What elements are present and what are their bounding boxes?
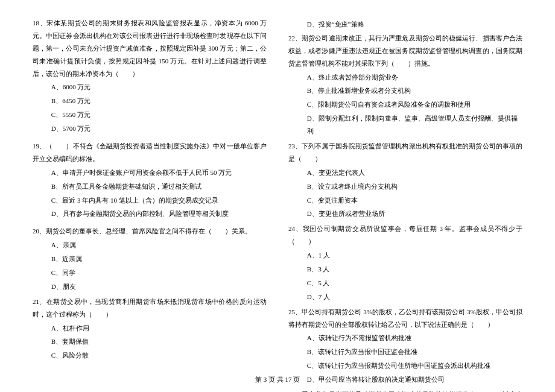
q24-opt-a: A、1 人 (307, 249, 522, 262)
q21-stem: 21、在期货交易中，当现货商利用期货市场来抵消现货市场中价格的反向运动时，这个过… (33, 296, 267, 321)
q21-opt-d: D、投资“免疫”策略 (307, 18, 522, 31)
q24-opt-d: D、7 人 (307, 291, 522, 303)
q22-options: A、终止或者暂停部分期货业务 B、停止批准新增业务或者分支机构 C、限制期货公司… (288, 71, 522, 138)
q21-opt-c: C、风险分散 (51, 349, 267, 362)
q20-opt-d: D、朋友 (51, 280, 267, 293)
q19-opt-b: B、所有员工具备金融期货基础知识，通过相关测试 (51, 180, 267, 193)
q23-stem: 23、下列不属于国务院期货监督管理机构派出机构有权批准的期货公司的事项的是（ ） (288, 140, 522, 165)
q25-stem: 25、甲公司持有期货公司 3%的股权，乙公司持有该期货公司 3%股权，甲公司拟将… (288, 306, 522, 331)
question-26: 26、重大业务是指可能导致期货公司净资本等风险监管指标发生（ ）以上变化的业务。… (288, 388, 522, 392)
q19-options: A、申请开户时保证金账户可用资金余额不低于人民币 50 万元 B、所有员工具备金… (33, 166, 267, 221)
q24-opt-c: C、5 人 (307, 277, 522, 289)
q23-opt-b: B、设立或者终止境内分支机构 (307, 180, 522, 193)
question-24: 24、我国公司制期货交易所设监事会，每届任期 3 年。监事会成员不得少于（ ） … (288, 223, 522, 303)
question-22: 22、期货公司逾期未改正，其行为严重危及期货公司的稳健运行、损害客户合法权益，或… (288, 32, 522, 138)
q23-options: A、变更法定代表人 B、设立或者终止境内分支机构 C、变更注册资本 D、变更住所… (288, 166, 522, 221)
q23-opt-c: C、变更注册资本 (307, 194, 522, 207)
question-20: 20、期货公司的董事长、总经理、首席风险官之间不得存在（ ）关系。 A、亲属 B… (33, 225, 267, 292)
q26-stem: 26、重大业务是指可能导致期货公司净资本等风险监管指标发生（ ）以上变化的业务。 (288, 388, 522, 392)
q20-opt-c: C、同学 (51, 267, 267, 279)
q20-options: A、亲属 B、近亲属 C、同学 D、朋友 (33, 239, 267, 293)
q21-options-cont: D、投资“免疫”策略 (288, 18, 522, 31)
q22-opt-a: A、终止或者暂停部分期货业务 (307, 71, 522, 84)
q23-opt-d: D、变更住所或者营业场所 (307, 207, 522, 220)
q18-opt-c: C、5550 万元 (51, 109, 267, 121)
q22-opt-c: C、限制期货公司自有资金或者风险准备金的调拨和使用 (307, 98, 522, 111)
right-column: D、投资“免疫”策略 22、期货公司逾期未改正，其行为严重危及期货公司的稳健运行… (284, 17, 527, 392)
q20-opt-a: A、亲属 (51, 239, 267, 251)
question-23: 23、下列不属于国务院期货监督管理机构派出机构有权批准的期货公司的事项的是（ ）… (288, 140, 522, 220)
q18-stem: 18、宋体某期货公司的期末财务报表和风险监管报表显示，净资本为 6000 万元。… (33, 17, 267, 80)
q22-opt-d: D、限制分配红利，限制向董事、监事、高级管理人员支付报酬、提供福利 (307, 112, 522, 138)
q21-opt-b: B、套期保值 (51, 335, 267, 348)
q19-opt-c: C、最近 3 年内具有 10 笔以上（含）的期货交易成交记录 (51, 194, 267, 207)
q18-options: A、6000 万元 B、6450 万元 C、5550 万元 D、5700 万元 (33, 81, 267, 135)
page-content: 18、宋体某期货公司的期末财务报表和风险监管报表显示，净资本为 6000 万元。… (0, 0, 555, 392)
q18-opt-d: D、5700 万元 (51, 122, 267, 135)
q20-stem: 20、期货公司的董事长、总经理、首席风险官之间不得存在（ ）关系。 (33, 225, 267, 238)
q19-stem: 19、（ ）不符合《金融期货投资者适当性制度实施办法》中对一般单位客户开立交易编… (33, 140, 267, 165)
q19-opt-a: A、申请开户时保证金账户可用资金余额不低于人民币 50 万元 (51, 166, 267, 179)
q18-opt-a: A、6000 万元 (51, 81, 267, 93)
q19-opt-d: D、具有参与金融期货交易的内部控制、风险管理等相关制度 (51, 207, 267, 220)
q23-opt-a: A、变更法定代表人 (307, 166, 522, 179)
q25-opt-c: C、该转让行为应当报期货公司住所地中国证监会派出机构批准 (307, 359, 522, 372)
page-footer: 第 3 页 共 17 页 (0, 373, 555, 386)
question-19: 19、（ ）不符合《金融期货投资者适当性制度实施办法》中对一般单位客户开立交易编… (33, 140, 267, 220)
q25-opt-a: A、该转让行为不需报监管机构批准 (307, 332, 522, 344)
q20-opt-b: B、近亲属 (51, 253, 267, 265)
question-21: 21、在期货交易中，当现货商利用期货市场来抵消现货市场中价格的反向运动时，这个过… (33, 296, 267, 362)
q24-options: A、1 人 B、3 人 C、5 人 D、7 人 (288, 249, 522, 303)
q18-opt-b: B、6450 万元 (51, 95, 267, 107)
left-column: 18、宋体某期货公司的期末财务报表和风险监管报表显示，净资本为 6000 万元。… (28, 17, 271, 392)
q24-stem: 24、我国公司制期货交易所设监事会，每届任期 3 年。监事会成员不得少于（ ） (288, 223, 522, 248)
q21-opt-a: A、杠杆作用 (51, 322, 267, 335)
q21-options: A、杠杆作用 B、套期保值 C、风险分散 (33, 322, 267, 362)
question-18: 18、宋体某期货公司的期末财务报表和风险监管报表显示，净资本为 6000 万元。… (33, 17, 267, 135)
q24-opt-b: B、3 人 (307, 263, 522, 276)
q22-stem: 22、期货公司逾期未改正，其行为严重危及期货公司的稳健运行、损害客户合法权益，或… (288, 32, 522, 70)
q25-opt-b: B、该转让行为应当报中国证监会批准 (307, 346, 522, 358)
q22-opt-b: B、停止批准新增业务或者分支机构 (307, 84, 522, 97)
